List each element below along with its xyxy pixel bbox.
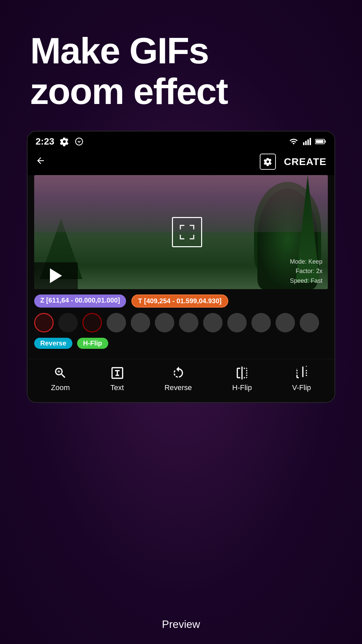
circle-item-8[interactable] bbox=[203, 313, 223, 332]
hflip-tool-icon bbox=[235, 366, 249, 380]
signal-icon bbox=[302, 137, 312, 146]
settings-status-icon bbox=[60, 137, 69, 146]
text-tool-label: Text bbox=[110, 383, 124, 392]
circle-item-7[interactable] bbox=[179, 313, 198, 332]
hero-section: Make GIFs zoom effect bbox=[30, 30, 332, 111]
status-right bbox=[288, 137, 326, 146]
app-bar: CREATE bbox=[27, 150, 335, 175]
hflip-tool-label: H-Flip bbox=[232, 383, 252, 392]
reverse-tool-label: Reverse bbox=[165, 383, 192, 392]
svg-rect-2 bbox=[307, 140, 309, 145]
reverse-label[interactable]: Reverse bbox=[34, 338, 72, 349]
status-bar: 2:23 bbox=[27, 131, 335, 150]
circle-item-11[interactable] bbox=[276, 313, 295, 332]
circle-item-10[interactable] bbox=[251, 313, 271, 332]
hero-title-line2: zoom effect bbox=[30, 71, 332, 111]
circle-item-2[interactable] bbox=[58, 313, 78, 332]
tags-row: Z [611,64 - 00.000,01.000] T [409,254 - … bbox=[27, 289, 335, 311]
reverse-tool[interactable]: Reverse bbox=[165, 366, 192, 392]
gear-icon bbox=[263, 157, 272, 166]
speed-label: Speed: Fast bbox=[290, 276, 322, 286]
vflip-tool[interactable]: V-Flip bbox=[292, 366, 311, 392]
circle-item-9[interactable] bbox=[227, 313, 247, 332]
hflip-label[interactable]: H-Flip bbox=[77, 338, 108, 349]
vflip-tool-icon bbox=[295, 366, 309, 380]
video-preview: Mode: Keep Factor: 2x Speed: Fast bbox=[34, 175, 328, 289]
text-tool-icon bbox=[110, 366, 124, 380]
zoom-expand-icon bbox=[172, 217, 202, 247]
battery-icon bbox=[315, 138, 326, 145]
zoom-tool[interactable]: Zoom bbox=[51, 366, 70, 392]
hero-title-line1: Make GIFs bbox=[30, 30, 332, 71]
svg-rect-1 bbox=[305, 141, 307, 145]
create-button[interactable]: CREATE bbox=[284, 156, 326, 167]
reverse-tool-icon bbox=[171, 366, 185, 380]
svg-rect-3 bbox=[310, 138, 311, 145]
vflip-tool-label: V-Flip bbox=[292, 383, 311, 392]
expand-arrows-icon bbox=[177, 222, 197, 242]
transform-tag[interactable]: T [409,254 - 01.599,04.930] bbox=[131, 294, 228, 308]
circle-item-6[interactable] bbox=[155, 313, 174, 332]
factor-label: Factor: 2x bbox=[290, 266, 322, 276]
labels-row: Reverse H-Flip bbox=[27, 336, 335, 356]
circles-row bbox=[27, 311, 335, 336]
play-button[interactable] bbox=[34, 262, 78, 289]
svg-rect-6 bbox=[316, 140, 323, 143]
status-time: 2:23 bbox=[36, 136, 54, 147]
hflip-tool[interactable]: H-Flip bbox=[232, 366, 252, 392]
svg-rect-5 bbox=[324, 141, 325, 143]
play-triangle-icon bbox=[50, 268, 62, 283]
circle-item-1[interactable] bbox=[34, 313, 54, 332]
circle-item-4[interactable] bbox=[107, 313, 126, 332]
zoom-tool-icon bbox=[53, 366, 67, 380]
status-left: 2:23 bbox=[36, 136, 84, 147]
circle-item-5[interactable] bbox=[131, 313, 150, 332]
circle-item-12[interactable] bbox=[300, 313, 319, 332]
mode-label: Mode: Keep bbox=[290, 257, 322, 267]
zoom-tag[interactable]: Z [611,64 - 00.000,01.000] bbox=[34, 294, 126, 308]
text-tool[interactable]: Text bbox=[110, 366, 124, 392]
device-mockup: 2:23 bbox=[27, 131, 335, 403]
svg-rect-0 bbox=[303, 142, 304, 145]
preview-label: Preview bbox=[162, 618, 200, 631]
zoom-tool-label: Zoom bbox=[51, 383, 70, 392]
wifi-icon bbox=[288, 137, 299, 146]
video-info-overlay: Mode: Keep Factor: 2x Speed: Fast bbox=[290, 257, 322, 286]
app-bar-right: CREATE bbox=[260, 154, 326, 170]
circle-item-3[interactable] bbox=[82, 313, 102, 332]
toolbar: Zoom Text Reverse H-Flip bbox=[27, 359, 335, 395]
ring-status-icon bbox=[74, 137, 84, 146]
settings-button[interactable] bbox=[260, 154, 276, 170]
back-button[interactable] bbox=[36, 155, 46, 169]
